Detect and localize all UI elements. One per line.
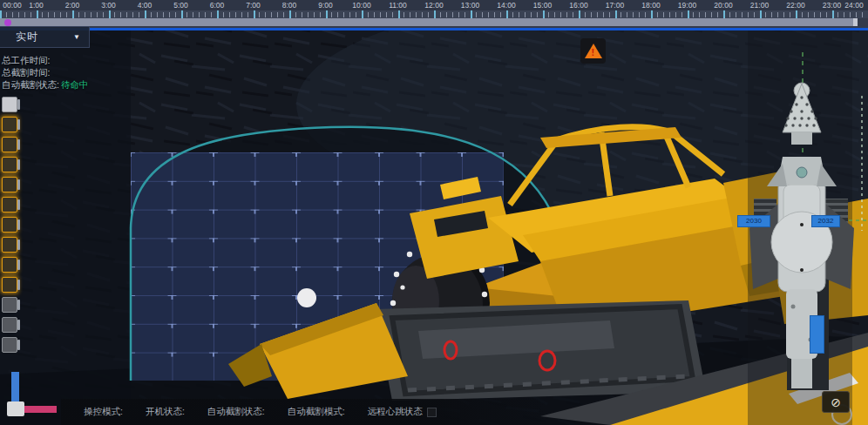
timeline-tick — [241, 12, 242, 17]
timeline-tick — [151, 12, 152, 17]
tunnel-3d-viewport[interactable] — [0, 0, 868, 425]
timeline-tick — [169, 12, 170, 17]
timeline-tick — [826, 12, 827, 17]
timeline-tick — [783, 12, 784, 17]
timeline-tick — [72, 10, 74, 18]
crawler-track — [375, 300, 706, 401]
timeline-tick — [802, 12, 803, 17]
timeline-tick — [416, 12, 417, 17]
timeline-tick — [374, 12, 375, 17]
timeline-hour-label: 14:00 — [497, 1, 515, 10]
alarm-warning-button[interactable]: ! — [580, 38, 606, 64]
timeline-tick — [771, 12, 772, 17]
timeline-tick — [512, 12, 513, 17]
minimap-position-tag-right: 2032 — [811, 215, 840, 227]
timeline-tick — [254, 10, 255, 18]
timeline-tick — [850, 12, 851, 17]
timeline-hour-label: 4:00 — [138, 1, 153, 10]
toolbar-item[interactable] — [2, 197, 17, 212]
timeline-tick — [705, 12, 706, 17]
timeline-tick — [85, 12, 85, 17]
timeline-hour-label: 22:00 — [786, 1, 804, 10]
minimap-topview — [737, 30, 868, 425]
timeline-tick — [186, 12, 187, 17]
timeline-tick — [428, 12, 429, 17]
timeline-tick — [410, 12, 410, 17]
timeline-tick — [548, 12, 549, 17]
timeline-tick — [386, 12, 387, 17]
timeline-tick — [796, 10, 797, 18]
timeline-hour-label: 16:00 — [569, 1, 587, 10]
timeline-tick — [693, 12, 694, 17]
timeline-tick — [814, 12, 815, 17]
timeline-tick — [675, 12, 676, 17]
timeline-tick — [440, 12, 441, 17]
toolbar-item[interactable] — [2, 97, 17, 112]
timeline-hour-label: 15:00 — [533, 1, 552, 10]
toolbar-item[interactable] — [2, 137, 17, 152]
timeline-tick — [579, 10, 580, 18]
timeline-tick — [24, 12, 25, 17]
status-label: 自动截割状态: — [2, 79, 59, 90]
joystick-handle[interactable] — [7, 401, 24, 416]
footer-status-label: 自动截割状态: — [207, 406, 265, 418]
status-line: 自动截割状态:待命中 — [2, 78, 88, 91]
toolbar-item[interactable] — [2, 177, 17, 192]
timeline-tick — [554, 12, 555, 17]
timeline-tick — [742, 12, 743, 17]
timeline-hour-label: 21:00 — [750, 1, 769, 10]
toolbar-item[interactable] — [2, 277, 17, 293]
timeline-tick — [91, 12, 92, 17]
timeline-tick — [12, 12, 13, 17]
footer-status-label: 开机状态: — [146, 406, 185, 418]
timeline-tick — [711, 12, 712, 17]
timeline-tick — [145, 10, 146, 18]
time-mode-dropdown[interactable]: 实时 ▼ — [0, 26, 90, 48]
toolbar-item[interactable] — [2, 317, 17, 333]
timeline-tick — [60, 12, 61, 17]
toolbar-item[interactable] — [2, 297, 17, 313]
timeline-tick — [560, 12, 561, 17]
timeline-tick — [48, 12, 49, 17]
timeline-tick — [337, 12, 338, 17]
timeline-scrubber-track[interactable] — [0, 18, 858, 26]
timeline-tick — [6, 12, 7, 17]
timeline-tick — [103, 12, 104, 17]
timeline-playhead[interactable] — [4, 19, 11, 26]
timeline-tick — [331, 12, 332, 17]
timeline-tick — [476, 12, 477, 17]
warning-triangle-icon: ! — [585, 44, 602, 58]
timeline-tick — [482, 12, 483, 17]
toolbar-item[interactable] — [2, 157, 17, 172]
toolbar-item[interactable] — [2, 337, 17, 353]
timeline-tick — [597, 12, 598, 17]
timeline-tick — [289, 10, 291, 18]
timeline-hour-label: 9:00 — [318, 1, 333, 10]
timeline-tick — [229, 12, 230, 17]
joystick-vertical-axis — [11, 372, 19, 404]
timeline-tick — [78, 12, 79, 17]
interaction-disabled-button[interactable]: ⊘ — [822, 391, 850, 413]
footer-status-bar: 操控模式:开机状态:自动截割状态:自动截割模式: 远程心跳状态 — [61, 399, 549, 425]
timeline-tick — [537, 12, 538, 17]
timeline-tick — [193, 12, 193, 17]
toolbar-item[interactable] — [2, 217, 17, 233]
toolbar-item[interactable] — [2, 237, 17, 253]
toolbar-item[interactable] — [2, 257, 17, 273]
timeline-tick — [688, 10, 689, 18]
timeline-tick — [295, 12, 296, 17]
timeline-tick — [639, 12, 640, 17]
remote-mining-machine-monitor: 00:001:002:003:004:005:006:007:008:009:0… — [0, 0, 868, 425]
timeline-tick — [519, 12, 519, 17]
timeline-tick — [627, 12, 627, 17]
timeline-tick — [181, 10, 183, 18]
timeline-tick — [790, 12, 790, 17]
timeline-tick — [566, 12, 567, 17]
toolbar-item[interactable] — [2, 117, 17, 132]
timeline-tick — [314, 12, 315, 17]
timeline-tick — [199, 12, 200, 17]
timeline-bar[interactable]: 00:001:002:003:004:005:006:007:008:009:0… — [0, 0, 868, 30]
timeline-tick — [543, 10, 545, 18]
timeline-tick — [163, 12, 164, 17]
timeline-hour-label: 23:00 — [823, 1, 841, 10]
